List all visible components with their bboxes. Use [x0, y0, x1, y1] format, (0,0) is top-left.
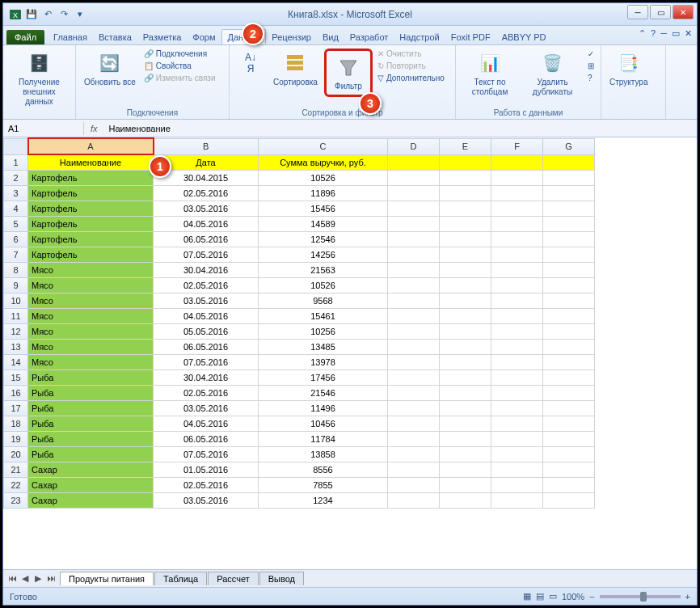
edit-links-button[interactable]: 🔗Изменить связи	[142, 73, 217, 83]
cell-date[interactable]: 30.04.2016	[154, 262, 259, 277]
cell-name[interactable]: Рыба	[28, 446, 154, 462]
row-header[interactable]: 13	[4, 339, 28, 354]
row-header[interactable]: 22	[4, 477, 28, 492]
save-icon[interactable]: 💾	[24, 7, 39, 22]
cell-name[interactable]: Картофель	[28, 185, 154, 201]
cell-name[interactable]: Мясо	[28, 339, 154, 354]
outline-button[interactable]: 📑 Структура	[606, 49, 651, 89]
row-header[interactable]: 3	[4, 185, 28, 201]
first-sheet-icon[interactable]: ⏮	[6, 573, 18, 584]
last-sheet-icon[interactable]: ⏭	[45, 573, 57, 584]
cell-name[interactable]: Мясо	[28, 354, 154, 369]
external-data-button[interactable]: 🗄️ Получение внешних данных	[8, 49, 70, 108]
cell-revenue[interactable]: 14589	[259, 216, 388, 231]
name-box[interactable]: A1	[3, 122, 84, 135]
cell-revenue[interactable]: 10256	[259, 323, 388, 339]
view-layout-icon[interactable]: ▤	[536, 591, 544, 602]
cell-revenue[interactable]: 8556	[259, 462, 388, 477]
reapply-button[interactable]: ↻Повторить	[376, 61, 446, 71]
qat-more-icon[interactable]: ▾	[73, 7, 87, 22]
tab-home[interactable]: Главная	[48, 30, 93, 44]
connections-button[interactable]: 🔗Подключения	[142, 49, 217, 59]
minimize-button[interactable]: ─	[627, 5, 648, 19]
sort-az-button[interactable]: A↓Я	[234, 49, 267, 79]
cell-name[interactable]: Сахар	[28, 477, 154, 492]
cell-revenue[interactable]: 1234	[259, 492, 388, 508]
row-header[interactable]: 14	[4, 354, 28, 369]
zoom-out-icon[interactable]: −	[589, 592, 594, 602]
text-to-columns-button[interactable]: 📊 Текст по столбцам	[461, 49, 519, 99]
row-header[interactable]: 21	[4, 462, 28, 477]
col-header-c[interactable]: C	[259, 138, 388, 154]
cell-name[interactable]: Картофель	[28, 231, 154, 247]
cell-name[interactable]: Рыба	[28, 369, 154, 385]
cell-revenue[interactable]: 21563	[259, 262, 388, 277]
cell-name[interactable]: Мясо	[28, 308, 154, 323]
whatif-icon[interactable]: ?	[586, 73, 596, 83]
cell-date[interactable]: 04.05.2016	[154, 416, 259, 431]
cell-date[interactable]: 06.05.2016	[154, 339, 259, 354]
tab-layout[interactable]: Разметка	[137, 30, 188, 44]
zoom-level[interactable]: 100%	[562, 592, 584, 602]
cell-name[interactable]: Сахар	[28, 492, 154, 508]
row-header[interactable]: 15	[4, 369, 28, 385]
prev-sheet-icon[interactable]: ◀	[19, 573, 31, 584]
tab-formulas[interactable]: Форм	[187, 30, 221, 44]
cell-name[interactable]: Сахар	[28, 462, 154, 477]
remove-duplicates-button[interactable]: 🗑️ Удалить дубликаты	[522, 49, 583, 99]
cell-revenue[interactable]: 15461	[259, 308, 388, 323]
cell-revenue[interactable]: 14256	[259, 247, 388, 262]
tab-file[interactable]: Файл	[6, 30, 44, 44]
select-all-corner[interactable]	[4, 138, 28, 154]
row-header[interactable]: 9	[4, 277, 28, 293]
row-header[interactable]: 10	[4, 293, 28, 308]
cell-revenue[interactable]: 21546	[259, 385, 388, 400]
cell-date[interactable]: 02.05.2016	[154, 277, 259, 293]
row-header[interactable]: 2	[4, 170, 28, 185]
cell-revenue[interactable]: 13485	[259, 339, 388, 354]
doc-close-icon[interactable]: ✕	[685, 28, 692, 39]
close-button[interactable]: ✕	[673, 5, 694, 19]
col-header-d[interactable]: D	[388, 138, 440, 154]
row-header[interactable]: 4	[4, 201, 28, 216]
consolidate-icon[interactable]: ⊞	[586, 61, 596, 71]
cell-name[interactable]: Картофель	[28, 216, 154, 231]
validation-icon[interactable]: ✓	[586, 49, 596, 59]
sort-button[interactable]: Сортировка	[270, 49, 321, 89]
cell-revenue[interactable]: 10526	[259, 277, 388, 293]
cell-revenue[interactable]: 10526	[259, 170, 388, 185]
zoom-slider[interactable]	[600, 595, 681, 598]
cell-date[interactable]: 03.05.2016	[154, 400, 259, 416]
row-header[interactable]: 5	[4, 216, 28, 231]
tab-view[interactable]: Вид	[317, 30, 344, 44]
cell-date[interactable]: 07.05.2016	[154, 354, 259, 369]
cell-revenue[interactable]: 15456	[259, 201, 388, 216]
properties-button[interactable]: 📋Свойства	[142, 61, 217, 71]
cell-name[interactable]: Мясо	[28, 293, 154, 308]
zoom-in-icon[interactable]: +	[685, 592, 690, 602]
row-header[interactable]: 19	[4, 431, 28, 446]
fx-icon[interactable]: fx	[84, 124, 104, 133]
cell-revenue[interactable]: 17456	[259, 369, 388, 385]
cell-date[interactable]: 02.05.2016	[154, 185, 259, 201]
cell-revenue[interactable]: 11784	[259, 431, 388, 446]
row-header[interactable]: 16	[4, 385, 28, 400]
col-header-a[interactable]: A	[28, 138, 154, 154]
clear-filter-button[interactable]: ✕Очистить	[376, 49, 446, 59]
row-header[interactable]: 12	[4, 323, 28, 339]
undo-icon[interactable]: ↶	[40, 7, 55, 22]
tab-abbyy[interactable]: ABBYY PD	[496, 30, 552, 44]
cell-name[interactable]: Картофель	[28, 247, 154, 262]
cell-revenue[interactable]: 9568	[259, 293, 388, 308]
cell-date[interactable]: 02.05.2016	[154, 477, 259, 492]
cell-date[interactable]: 05.05.2016	[154, 323, 259, 339]
cell-name[interactable]: Мясо	[28, 262, 154, 277]
sheet-area[interactable]: A B C D E F G 1 Наименование Дата Сумма …	[3, 137, 697, 569]
tab-dev[interactable]: Разработ	[344, 30, 394, 44]
cell-name[interactable]: Рыба	[28, 400, 154, 416]
ribbon-minimize-icon[interactable]: ⌃	[639, 28, 646, 39]
view-break-icon[interactable]: ▭	[549, 591, 557, 602]
cell-date[interactable]: 07.05.2016	[154, 446, 259, 462]
cell-revenue[interactable]: 12546	[259, 231, 388, 247]
col-header-b[interactable]: B	[154, 138, 259, 154]
